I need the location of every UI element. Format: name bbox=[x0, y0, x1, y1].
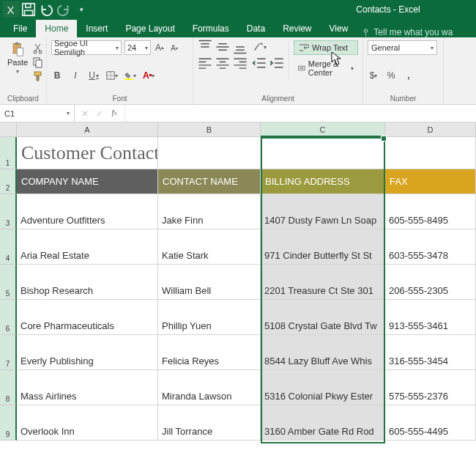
header-billing[interactable]: BILLING ADDRESS bbox=[261, 169, 385, 194]
cell[interactable] bbox=[385, 137, 476, 169]
tab-formulas[interactable]: Formulas bbox=[184, 20, 238, 37]
decrease-font-icon[interactable]: A▾ bbox=[168, 42, 180, 54]
col-header-a[interactable]: A bbox=[17, 122, 158, 137]
row-header-3[interactable]: 3 bbox=[0, 194, 17, 229]
cell[interactable]: Katie Stark bbox=[158, 229, 261, 265]
cell[interactable]: Felicia Reyes bbox=[158, 335, 261, 370]
cell[interactable]: 5108 Crystal Gate Blvd Tw bbox=[261, 300, 385, 335]
row-header-4[interactable]: 4 bbox=[0, 229, 17, 265]
group-label-font: Font bbox=[51, 93, 188, 103]
cell[interactable] bbox=[158, 137, 261, 169]
cell[interactable]: Jill Torrance bbox=[158, 405, 261, 441]
percent-format-icon[interactable]: % bbox=[385, 70, 397, 81]
cell[interactable]: 2201 Treasure Ct Ste 301 bbox=[261, 265, 385, 300]
align-left-icon[interactable] bbox=[198, 56, 212, 70]
row-header-9[interactable]: 9 bbox=[0, 405, 17, 441]
tab-view[interactable]: View bbox=[321, 20, 357, 37]
title-bar: X ▾ Contacts - Excel bbox=[0, 0, 476, 18]
format-painter-icon[interactable] bbox=[32, 70, 44, 82]
cell[interactable]: Overlook Inn bbox=[17, 405, 158, 441]
row-header-1[interactable]: 1 bbox=[0, 137, 17, 169]
decrease-indent-icon[interactable] bbox=[252, 56, 267, 70]
row-header-7[interactable]: 7 bbox=[0, 335, 17, 370]
cell[interactable] bbox=[261, 137, 385, 169]
formula-bar: C1▾ ✕ ✓ fx bbox=[0, 105, 476, 122]
increase-indent-icon[interactable] bbox=[269, 56, 284, 70]
comma-format-icon[interactable]: , bbox=[403, 70, 414, 81]
cell[interactable]: 605-555-8495 bbox=[385, 194, 476, 229]
tab-insert[interactable]: Insert bbox=[77, 20, 116, 37]
align-middle-icon[interactable] bbox=[215, 40, 230, 54]
tab-home[interactable]: Home bbox=[36, 20, 77, 37]
italic-icon[interactable]: I bbox=[70, 70, 81, 81]
cell[interactable]: William Bell bbox=[158, 265, 261, 300]
cell[interactable]: 603-555-3478 bbox=[385, 229, 476, 265]
cell[interactable]: 8544 Lazy Bluff Ave Whis bbox=[261, 335, 385, 370]
cell[interactable]: 5316 Colonial Pkwy Ester bbox=[261, 370, 385, 405]
cell[interactable]: Mass Airlines bbox=[17, 370, 158, 405]
cell-title[interactable]: Customer Contact List bbox=[17, 137, 158, 169]
header-contact[interactable]: CONTACT NAME bbox=[158, 169, 261, 194]
name-box[interactable]: C1▾ bbox=[0, 105, 75, 122]
tab-review[interactable]: Review bbox=[274, 20, 320, 37]
cell[interactable]: Core Pharmaceuticals bbox=[17, 300, 158, 335]
row-header-2[interactable]: 2 bbox=[0, 169, 17, 194]
row-header-5[interactable]: 5 bbox=[0, 265, 17, 300]
group-clipboard: Paste ▾ Clipboard bbox=[0, 37, 47, 104]
copy-icon[interactable] bbox=[32, 56, 44, 68]
font-name-combo[interactable]: Segoe UI Semiligh▾ bbox=[51, 40, 122, 55]
accounting-format-icon[interactable]: $▾ bbox=[368, 70, 379, 81]
font-size-combo[interactable]: 24▾ bbox=[124, 40, 151, 55]
align-right-icon[interactable] bbox=[233, 56, 248, 70]
cancel-formula-icon[interactable]: ✕ bbox=[78, 106, 92, 121]
tab-file[interactable]: File bbox=[4, 20, 36, 37]
cell[interactable]: 971 Cinder Butterfly St St bbox=[261, 229, 385, 265]
row-header-6[interactable]: 6 bbox=[0, 300, 17, 335]
col-header-b[interactable]: B bbox=[158, 122, 261, 137]
spreadsheet-grid[interactable]: A B C D 1 Customer Contact List 2 COMPAN… bbox=[0, 122, 476, 441]
font-color-icon[interactable]: A▾ bbox=[143, 70, 155, 81]
cell[interactable]: 605-555-4495 bbox=[385, 405, 476, 441]
row-header-8[interactable]: 8 bbox=[0, 370, 17, 405]
cell[interactable]: 3160 Amber Gate Rd Rod bbox=[261, 405, 385, 441]
orientation-icon[interactable]: ▾ bbox=[252, 40, 267, 54]
col-header-c[interactable]: C bbox=[261, 122, 385, 137]
cell[interactable]: Everly Publishing bbox=[17, 335, 158, 370]
merge-center-button[interactable]: Merge & Center ▾ bbox=[294, 58, 358, 78]
align-top-icon[interactable] bbox=[198, 40, 212, 54]
paste-button[interactable]: Paste ▾ bbox=[4, 40, 31, 82]
tab-data[interactable]: Data bbox=[238, 20, 274, 37]
cell[interactable]: 913-555-3461 bbox=[385, 300, 476, 335]
cell[interactable]: 575-555-2376 bbox=[385, 370, 476, 405]
col-header-d[interactable]: D bbox=[385, 122, 476, 137]
align-center-icon[interactable] bbox=[215, 56, 230, 70]
header-company[interactable]: COMPANY NAME bbox=[17, 169, 158, 194]
select-all-corner[interactable] bbox=[0, 122, 17, 137]
number-format-combo[interactable]: General▾ bbox=[368, 40, 437, 55]
cell[interactable]: Jake Finn bbox=[158, 194, 261, 229]
tell-me-search[interactable]: Tell me what you wa bbox=[361, 27, 453, 37]
increase-font-icon[interactable]: A▴ bbox=[154, 42, 166, 54]
cell[interactable]: Miranda Lawson bbox=[158, 370, 261, 405]
cell[interactable]: 206-555-2305 bbox=[385, 265, 476, 300]
cell[interactable]: Bishop Research bbox=[17, 265, 158, 300]
cell[interactable]: 316-555-3454 bbox=[385, 335, 476, 370]
group-label-alignment: Alignment bbox=[198, 93, 358, 103]
wrap-text-button[interactable]: Wrap Text bbox=[294, 40, 358, 55]
borders-icon[interactable]: ▾ bbox=[106, 70, 118, 81]
align-bottom-icon[interactable] bbox=[233, 40, 248, 54]
cell[interactable]: Aria Real Estate bbox=[17, 229, 158, 265]
underline-icon[interactable]: U▾ bbox=[88, 70, 100, 81]
fill-color-icon[interactable]: ▾ bbox=[124, 70, 136, 81]
cell[interactable]: Adventure Outfitters bbox=[17, 194, 158, 229]
svg-rect-8 bbox=[15, 43, 19, 45]
formula-input[interactable] bbox=[125, 105, 476, 122]
cut-icon[interactable] bbox=[32, 43, 44, 54]
tab-page-layout[interactable]: Page Layout bbox=[116, 20, 183, 37]
insert-function-icon[interactable]: fx bbox=[107, 106, 122, 121]
header-fax[interactable]: FAX bbox=[385, 169, 476, 194]
enter-formula-icon[interactable]: ✓ bbox=[92, 106, 107, 121]
cell[interactable]: 1407 Dusty Fawn Ln Soap bbox=[261, 194, 385, 229]
cell[interactable]: Phillip Yuen bbox=[158, 300, 261, 335]
bold-icon[interactable]: B bbox=[51, 70, 63, 81]
